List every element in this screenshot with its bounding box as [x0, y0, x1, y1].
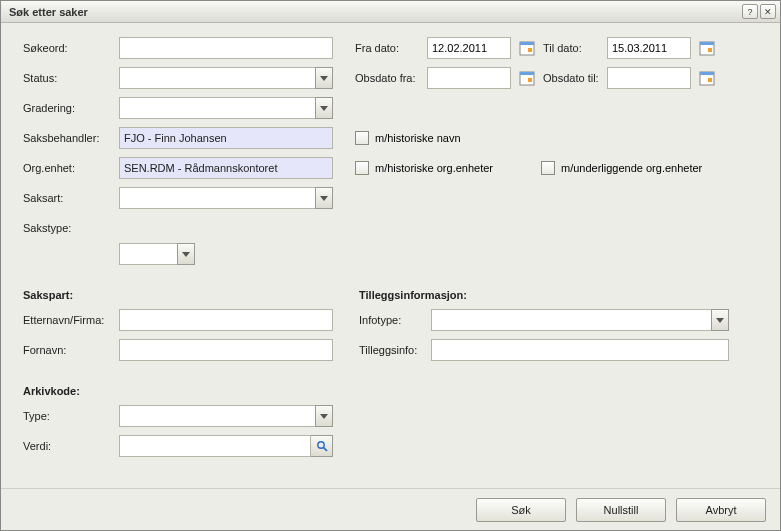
- close-button[interactable]: ✕: [760, 4, 776, 19]
- tildato-calendar-icon[interactable]: [697, 38, 717, 58]
- sakstype-combo[interactable]: [23, 243, 195, 265]
- tilleggsinfo-input[interactable]: [431, 339, 729, 361]
- sakstype-dropdown-icon[interactable]: [177, 243, 195, 265]
- label-saksart: Saksart:: [23, 192, 119, 204]
- orgenhet-input[interactable]: SEN.RDM - Rådmannskontoret: [119, 157, 333, 179]
- label-tildato: Til dato:: [543, 42, 607, 54]
- status-dropdown-icon[interactable]: [315, 67, 333, 89]
- titlebar: Søk etter saker ? ✕: [1, 1, 780, 23]
- dialog-body: Søkeord: Fra dato: 12.02.2011 Til dato: …: [1, 23, 780, 488]
- sakstype-input[interactable]: [119, 243, 177, 265]
- svg-rect-7: [520, 72, 534, 75]
- label-mhistnavn: m/historiske navn: [375, 132, 461, 144]
- gradering-input[interactable]: [119, 97, 315, 119]
- sokeord-input[interactable]: [119, 37, 333, 59]
- obsdatofra-input[interactable]: [427, 67, 511, 89]
- svg-rect-5: [708, 48, 712, 52]
- sok-button[interactable]: Søk: [476, 498, 566, 522]
- label-infotype: Infotype:: [359, 314, 431, 326]
- svg-point-12: [317, 442, 323, 448]
- label-verdi: Verdi:: [23, 440, 119, 452]
- verdi-input[interactable]: [119, 435, 311, 457]
- type-dropdown-icon[interactable]: [315, 405, 333, 427]
- munderorg-checkbox[interactable]: [541, 161, 555, 175]
- sakspart-heading: Sakspart:: [23, 289, 343, 301]
- infotype-combo[interactable]: [431, 309, 729, 331]
- fradato-input[interactable]: 12.02.2011: [427, 37, 511, 59]
- gradering-dropdown-icon[interactable]: [315, 97, 333, 119]
- label-fradato: Fra dato:: [355, 42, 427, 54]
- label-type: Type:: [23, 410, 119, 422]
- mhistorg-checkbox[interactable]: [355, 161, 369, 175]
- svg-rect-8: [528, 78, 532, 82]
- window-title: Søk etter saker: [9, 6, 740, 18]
- nullstill-button[interactable]: Nullstill: [576, 498, 666, 522]
- avbryt-button[interactable]: Avbryt: [676, 498, 766, 522]
- label-etternavn: Etternavn/Firma:: [23, 314, 119, 326]
- type-input[interactable]: [119, 405, 315, 427]
- label-obsdatofra: Obsdato fra:: [355, 72, 427, 84]
- label-sokeord: Søkeord:: [23, 42, 119, 54]
- arkivkode-heading: Arkivkode:: [23, 385, 758, 397]
- label-sakstype: Sakstype:: [23, 222, 119, 234]
- dialog-window: Søk etter saker ? ✕ Søkeord: Fra dato: 1…: [0, 0, 781, 531]
- fornavn-input[interactable]: [119, 339, 333, 361]
- dialog-footer: Søk Nullstill Avbryt: [1, 488, 780, 530]
- help-button[interactable]: ?: [742, 4, 758, 19]
- etternavn-input[interactable]: [119, 309, 333, 331]
- infotype-dropdown-icon[interactable]: [711, 309, 729, 331]
- svg-rect-1: [520, 42, 534, 45]
- fradato-calendar-icon[interactable]: [517, 38, 537, 58]
- label-fornavn: Fornavn:: [23, 344, 119, 356]
- obsdatotil-input[interactable]: [607, 67, 691, 89]
- mhistnavn-checkbox[interactable]: [355, 131, 369, 145]
- label-tilleggsinfo: Tilleggsinfo:: [359, 344, 431, 356]
- svg-rect-10: [700, 72, 714, 75]
- saksart-input[interactable]: [119, 187, 315, 209]
- svg-rect-11: [708, 78, 712, 82]
- saksart-combo[interactable]: [119, 187, 333, 209]
- status-input[interactable]: [119, 67, 315, 89]
- saksart-dropdown-icon[interactable]: [315, 187, 333, 209]
- infotype-input[interactable]: [431, 309, 711, 331]
- label-gradering: Gradering:: [23, 102, 119, 114]
- label-saksbehandler: Saksbehandler:: [23, 132, 119, 144]
- svg-line-13: [323, 448, 326, 451]
- label-munderorg: m/underliggende org.enheter: [561, 162, 702, 174]
- label-mhistorg: m/historiske org.enheter: [375, 162, 493, 174]
- svg-rect-4: [700, 42, 714, 45]
- label-obsdatotil: Obsdato til:: [543, 72, 607, 84]
- obsdatotil-calendar-icon[interactable]: [697, 68, 717, 88]
- tildato-input[interactable]: 15.03.2011: [607, 37, 691, 59]
- label-status: Status:: [23, 72, 119, 84]
- saksbehandler-input[interactable]: FJO - Finn Johansen: [119, 127, 333, 149]
- status-combo[interactable]: [119, 67, 333, 89]
- obsdatofra-calendar-icon[interactable]: [517, 68, 537, 88]
- verdi-search-icon[interactable]: [311, 435, 333, 457]
- label-orgenhet: Org.enhet:: [23, 162, 119, 174]
- svg-rect-2: [528, 48, 532, 52]
- gradering-combo[interactable]: [119, 97, 333, 119]
- tillegg-heading: Tilleggsinformasjon:: [359, 289, 758, 301]
- type-combo[interactable]: [119, 405, 333, 427]
